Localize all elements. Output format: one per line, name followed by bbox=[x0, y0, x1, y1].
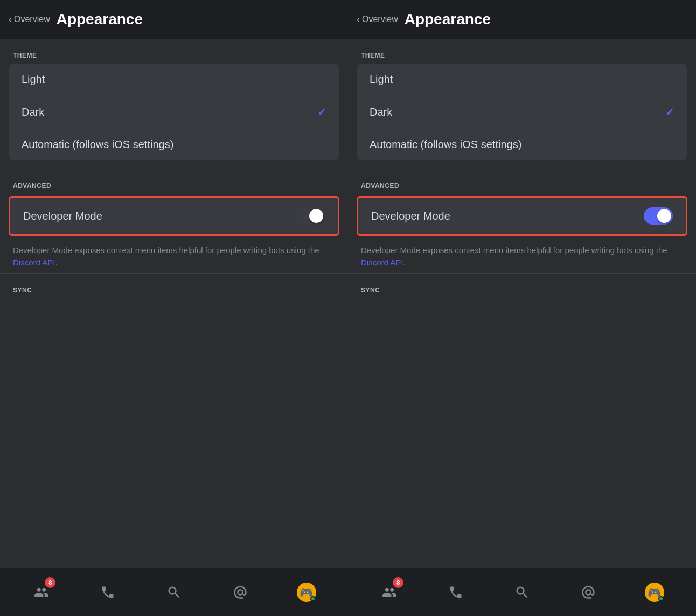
left-panel: ‹ Overview Appearance THEME Light Dark ✓… bbox=[0, 0, 348, 616]
left-calls-icon bbox=[100, 585, 115, 600]
left-dev-mode-label: Developer Mode bbox=[23, 210, 102, 222]
right-theme-section-label: THEME bbox=[348, 39, 696, 64]
right-nav-profile[interactable]: 🎮 bbox=[638, 576, 671, 608]
left-dev-desc-end: . bbox=[55, 258, 57, 267]
left-theme-dark-check-icon: ✓ bbox=[317, 106, 326, 118]
right-avatar: 🎮 bbox=[645, 583, 664, 602]
right-discord-api-link[interactable]: Discord API bbox=[361, 258, 403, 267]
right-theme-auto[interactable]: Automatic (follows iOS settings) bbox=[357, 129, 687, 160]
left-theme-auto-label: Automatic (follows iOS settings) bbox=[22, 138, 173, 151]
right-theme-light-label: Light bbox=[370, 73, 393, 86]
right-sync-section-label: SYNC bbox=[348, 273, 696, 298]
left-nav-profile[interactable]: 🎮 bbox=[290, 576, 323, 608]
left-back-label: Overview bbox=[14, 15, 50, 24]
right-back-chevron-icon: ‹ bbox=[357, 14, 360, 25]
right-nav-mention[interactable] bbox=[572, 576, 604, 608]
right-dev-desc-text1: Developer Mode exposes context menu item… bbox=[361, 246, 667, 255]
left-nav-search[interactable] bbox=[158, 576, 190, 608]
right-bottom-nav: 8 🎮 bbox=[348, 568, 696, 616]
right-panel: ‹ Overview Appearance THEME Light Dark ✓… bbox=[348, 0, 696, 616]
left-theme-dark[interactable]: Dark ✓ bbox=[9, 96, 339, 129]
left-theme-list: Light Dark ✓ Automatic (follows iOS sett… bbox=[9, 64, 339, 160]
left-nav-mention[interactable] bbox=[224, 576, 256, 608]
right-nav-search[interactable] bbox=[506, 576, 538, 608]
right-dev-desc-end: . bbox=[403, 258, 405, 267]
left-theme-light[interactable]: Light bbox=[9, 64, 339, 96]
left-sync-section-label: SYNC bbox=[0, 273, 348, 298]
right-theme-dark[interactable]: Dark ✓ bbox=[357, 96, 687, 129]
left-theme-section-label: THEME bbox=[0, 39, 348, 64]
left-dev-desc-text1: Developer Mode exposes context menu item… bbox=[13, 246, 319, 255]
right-theme-auto-label: Automatic (follows iOS settings) bbox=[370, 138, 521, 151]
right-dev-mode-label: Developer Mode bbox=[371, 210, 450, 222]
right-dev-mode-wrapper: Developer Mode bbox=[357, 196, 687, 236]
left-dev-description: Developer Mode exposes context menu item… bbox=[0, 238, 348, 273]
left-theme-auto[interactable]: Automatic (follows iOS settings) bbox=[9, 129, 339, 160]
right-theme-light[interactable]: Light bbox=[357, 64, 687, 96]
left-page-title: Appearance bbox=[57, 11, 143, 28]
right-calls-icon bbox=[448, 585, 463, 600]
left-back-nav[interactable]: ‹ Overview bbox=[9, 14, 50, 25]
left-theme-dark-label: Dark bbox=[22, 106, 44, 118]
left-avatar: 🎮 bbox=[297, 583, 316, 602]
left-nav-friends[interactable]: 8 bbox=[25, 576, 58, 608]
right-dev-mode-row[interactable]: Developer Mode bbox=[358, 198, 686, 234]
right-nav-calls[interactable] bbox=[440, 576, 472, 608]
right-theme-list: Light Dark ✓ Automatic (follows iOS sett… bbox=[357, 64, 687, 160]
right-page-title: Appearance bbox=[405, 11, 491, 28]
left-dev-mode-row[interactable]: Developer Mode bbox=[10, 198, 338, 234]
left-dev-mode-toggle[interactable] bbox=[296, 207, 325, 225]
right-theme-dark-check-icon: ✓ bbox=[665, 106, 674, 118]
left-back-chevron-icon: ‹ bbox=[9, 14, 12, 25]
right-dev-mode-toggle[interactable] bbox=[644, 207, 673, 225]
left-bottom-nav: 8 🎮 bbox=[0, 568, 348, 616]
right-advanced-section-label: ADVANCED bbox=[348, 169, 696, 194]
left-theme-light-label: Light bbox=[22, 73, 45, 86]
left-header: ‹ Overview Appearance bbox=[0, 0, 348, 39]
right-online-dot bbox=[658, 596, 664, 601]
right-back-label: Overview bbox=[362, 15, 398, 24]
right-header: ‹ Overview Appearance bbox=[348, 0, 696, 39]
left-dev-mode-wrapper: Developer Mode bbox=[9, 196, 339, 236]
left-discord-api-link[interactable]: Discord API bbox=[13, 258, 55, 267]
right-back-nav[interactable]: ‹ Overview bbox=[357, 14, 398, 25]
right-dev-description: Developer Mode exposes context menu item… bbox=[348, 238, 696, 273]
left-mention-icon bbox=[233, 585, 248, 600]
left-friends-badge: 8 bbox=[45, 577, 55, 588]
right-friends-badge: 8 bbox=[393, 577, 403, 588]
right-search-icon bbox=[514, 585, 530, 600]
left-advanced-section-label: ADVANCED bbox=[0, 169, 348, 194]
left-search-icon bbox=[166, 585, 182, 600]
right-content: THEME Light Dark ✓ Automatic (follows iO… bbox=[348, 39, 696, 568]
left-online-dot bbox=[310, 596, 316, 601]
right-mention-icon bbox=[581, 585, 596, 600]
right-theme-dark-label: Dark bbox=[370, 106, 392, 118]
right-nav-friends[interactable]: 8 bbox=[373, 576, 406, 608]
left-content: THEME Light Dark ✓ Automatic (follows iO… bbox=[0, 39, 348, 568]
left-nav-calls[interactable] bbox=[92, 576, 124, 608]
